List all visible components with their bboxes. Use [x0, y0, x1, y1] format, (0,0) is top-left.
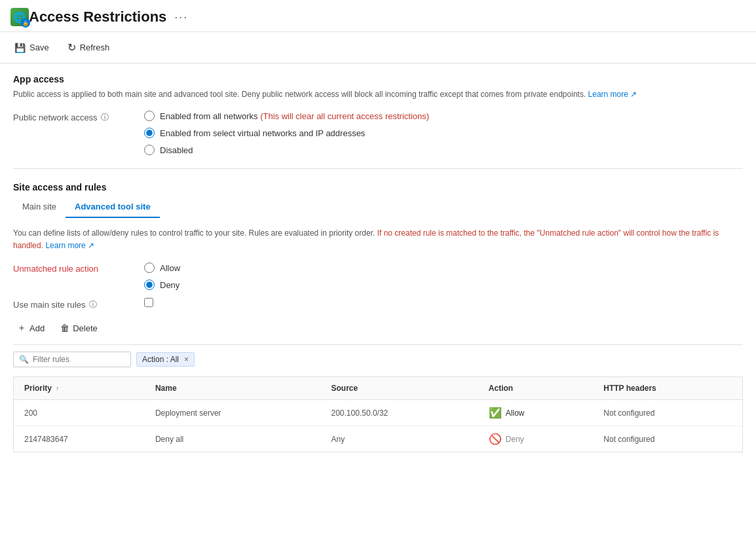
deny-icon: 🚫 — [489, 433, 502, 445]
network-disabled-label: Disabled — [160, 145, 193, 155]
network-option-select[interactable]: Enabled from select virtual networks and… — [144, 128, 743, 138]
filter-rules-input[interactable] — [33, 355, 125, 364]
row2-priority: 2147483647 — [14, 426, 145, 452]
add-label: Add — [29, 323, 45, 333]
tab-main-site[interactable]: Main site — [13, 196, 66, 218]
use-main-site-info-icon: ⓘ — [89, 299, 97, 310]
row2-name: Deny all — [145, 426, 321, 452]
app-icon: 🌐 — [10, 8, 29, 26]
page-header: 🌐 Access Restrictions ··· — [0, 0, 756, 32]
add-icon: ＋ — [17, 322, 26, 334]
tab-advanced-tool-site[interactable]: Advanced tool site — [66, 196, 160, 218]
unmatched-rule-label: Unmatched rule action — [13, 263, 144, 274]
site-access-learn-more[interactable]: Learn more ↗ — [45, 241, 94, 250]
table-row[interactable]: 2147483647 Deny all Any 🚫 Deny Not confi… — [14, 426, 742, 452]
network-option-disabled[interactable]: Disabled — [144, 145, 743, 155]
col-source: Source — [321, 377, 478, 400]
access-restrictions-page: 🌐 Access Restrictions ··· Save Refresh A… — [0, 0, 756, 463]
row1-source: 200.100.50.0/32 — [321, 400, 478, 426]
section-divider-1 — [13, 168, 743, 169]
use-main-site-control — [144, 298, 743, 307]
save-icon — [14, 43, 26, 53]
col-action: Action — [478, 377, 593, 400]
row2-action: 🚫 Deny — [478, 426, 593, 452]
row1-http-headers: Not configured — [593, 400, 742, 426]
delete-label: Delete — [73, 323, 98, 333]
main-content: App access Public access is applied to b… — [0, 64, 756, 463]
search-icon: 🔍 — [19, 355, 29, 364]
save-label: Save — [29, 43, 49, 52]
refresh-button[interactable]: Refresh — [64, 39, 114, 56]
network-all-label: Enabled from all networks (This will cle… — [160, 111, 429, 121]
sort-arrow-priority: ↑ — [56, 385, 59, 392]
table-row[interactable]: 200 Deployment server 200.100.50.0/32 ✅ … — [14, 400, 742, 426]
network-all-radio[interactable] — [144, 111, 155, 121]
rules-divider — [13, 344, 743, 345]
app-access-description: Public access is applied to both main si… — [13, 88, 743, 100]
public-network-info-icon: ⓘ — [101, 112, 109, 123]
rules-table-container: Priority ↑ Name Source Action HTTP heade… — [13, 376, 743, 452]
filter-row: 🔍 Action : All × — [13, 352, 743, 367]
add-rule-button[interactable]: ＋ Add — [13, 319, 48, 337]
table-header: Priority ↑ Name Source Action HTTP heade… — [14, 377, 742, 400]
use-main-site-row: Use main site rules ⓘ — [13, 298, 743, 310]
app-access-title: App access — [13, 74, 743, 84]
more-options-button[interactable]: ··· — [174, 10, 188, 24]
allow-icon: ✅ — [489, 407, 502, 419]
public-network-label: Public network access ⓘ — [13, 111, 144, 123]
rules-action-row: ＋ Add 🗑 Delete — [13, 319, 743, 337]
col-http-headers: HTTP headers — [593, 377, 742, 400]
table-header-row: Priority ↑ Name Source Action HTTP heade… — [14, 377, 742, 400]
allow-badge: ✅ Allow — [489, 407, 582, 419]
toolbar: Save Refresh — [0, 32, 756, 64]
refresh-label: Refresh — [80, 43, 110, 52]
filter-input-wrapper[interactable]: 🔍 — [13, 352, 131, 367]
row2-http-headers: Not configured — [593, 426, 742, 452]
unmatched-rule-options: Allow Deny — [144, 263, 743, 290]
unmatched-deny-radio[interactable] — [144, 280, 155, 290]
row1-name: Deployment server — [145, 400, 321, 426]
delete-icon: 🗑 — [60, 323, 69, 333]
network-select-label: Enabled from select virtual networks and… — [160, 128, 365, 138]
public-network-access-row: Public network access ⓘ Enabled from all… — [13, 111, 743, 155]
filter-tag-label: Action : All — [142, 355, 179, 364]
filter-tag-close[interactable]: × — [184, 355, 189, 364]
row1-priority: 200 — [14, 400, 145, 426]
use-main-site-label: Use main site rules ⓘ — [13, 298, 144, 310]
app-icon-overlay — [21, 18, 30, 27]
delete-rule-button[interactable]: 🗑 Delete — [56, 320, 102, 336]
use-main-site-checkbox-item[interactable] — [144, 298, 743, 307]
use-main-site-checkbox[interactable] — [144, 298, 153, 307]
rules-table: Priority ↑ Name Source Action HTTP heade… — [14, 377, 742, 452]
page-title: Access Restrictions — [29, 9, 166, 26]
deny-badge: 🚫 Deny — [489, 433, 582, 445]
action-filter-tag: Action : All × — [136, 352, 195, 367]
unmatched-deny-option[interactable]: Deny — [144, 280, 743, 290]
network-select-radio[interactable] — [144, 128, 155, 138]
public-network-options: Enabled from all networks (This will cle… — [144, 111, 743, 155]
app-access-learn-more[interactable]: Learn more ↗ — [588, 90, 637, 99]
save-button[interactable]: Save — [10, 40, 53, 56]
row1-action: ✅ Allow — [478, 400, 593, 426]
network-all-highlight: (This will clear all current access rest… — [260, 111, 429, 121]
unmatched-allow-radio[interactable] — [144, 263, 155, 273]
col-name: Name — [145, 377, 321, 400]
site-access-info: You can define lists of allow/deny rules… — [13, 227, 743, 252]
site-tabs: Main site Advanced tool site — [13, 196, 743, 218]
unmatched-allow-label: Allow — [160, 263, 180, 273]
site-access-title: Site access and rules — [13, 182, 743, 192]
row1-action-label: Allow — [506, 409, 525, 418]
unmatched-deny-label: Deny — [160, 280, 180, 290]
network-option-all[interactable]: Enabled from all networks (This will cle… — [144, 111, 743, 121]
row2-action-label: Deny — [506, 435, 524, 444]
col-priority: Priority ↑ — [14, 377, 145, 400]
row2-source: Any — [321, 426, 478, 452]
refresh-icon — [67, 41, 76, 54]
unmatched-rule-row: Unmatched rule action Allow Deny — [13, 263, 743, 290]
network-disabled-radio[interactable] — [144, 145, 155, 155]
table-body: 200 Deployment server 200.100.50.0/32 ✅ … — [14, 400, 742, 452]
unmatched-allow-option[interactable]: Allow — [144, 263, 743, 273]
